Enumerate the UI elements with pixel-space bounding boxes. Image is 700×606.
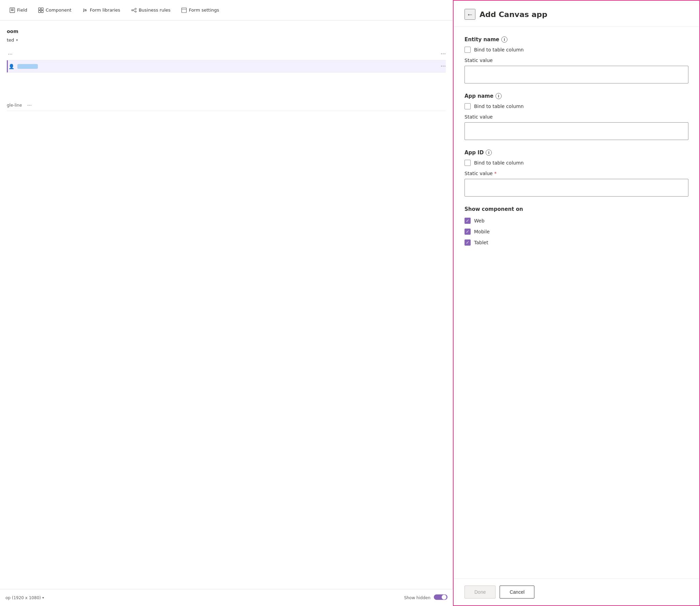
mobile-checkbox[interactable] <box>465 229 471 235</box>
entity-name-static-label: Static value <box>465 58 688 63</box>
done-button[interactable]: Done <box>465 586 496 599</box>
svg-rect-1 <box>11 9 14 10</box>
nav-component-label: Component <box>46 7 71 13</box>
svg-line-11 <box>133 10 135 11</box>
filter-caret[interactable]: ▾ <box>16 38 18 42</box>
svg-rect-5 <box>39 11 41 13</box>
app-name-bind-row: Bind to table column <box>465 103 688 109</box>
nav-form-libraries-label: Form libraries <box>90 7 120 13</box>
field-row-3: gle-line ··· <box>7 100 446 111</box>
web-checkbox-row: Web <box>465 218 688 224</box>
nav-component[interactable]: Component <box>34 5 75 15</box>
cancel-button[interactable]: Cancel <box>500 586 534 599</box>
entity-name-checkbox[interactable] <box>465 47 471 53</box>
resolution-caret[interactable]: ▾ <box>42 596 44 600</box>
business-rules-icon <box>131 7 137 13</box>
form-libraries-icon: js <box>82 7 88 13</box>
nav-business-rules-label: Business rules <box>139 7 170 13</box>
field-ellipsis-1[interactable]: ··· <box>441 51 446 57</box>
app-id-info-icon[interactable]: i <box>486 150 492 156</box>
nav-business-rules[interactable]: Business rules <box>127 5 174 15</box>
panel-body: Entity name i Bind to table column Stati… <box>454 27 699 265</box>
field-icon <box>10 7 15 13</box>
form-settings-icon <box>181 7 187 13</box>
tablet-checkbox[interactable] <box>465 239 471 246</box>
svg-line-10 <box>133 9 135 10</box>
field-ellipsis-2[interactable]: ··· <box>441 63 446 69</box>
show-component-label: Show component on <box>465 206 688 212</box>
svg-rect-12 <box>182 8 186 13</box>
field-row-1: ··· ··· <box>7 48 446 60</box>
svg-point-9 <box>135 11 136 12</box>
status-bar: op (1920 x 1080) ▾ Show hidden <box>0 589 453 606</box>
app-id-input[interactable] <box>465 179 688 197</box>
svg-rect-3 <box>39 8 41 10</box>
entity-name-info-icon[interactable]: i <box>501 36 507 43</box>
app-name-input[interactable] <box>465 122 688 140</box>
section-title: oom <box>7 29 18 34</box>
app-name-bind-label: Bind to table column <box>474 104 524 109</box>
redacted-badge <box>17 64 38 69</box>
app-name-section: App name i Bind to table column Static v… <box>465 93 688 140</box>
tablet-label: Tablet <box>474 240 488 245</box>
app-id-label: App ID i <box>465 150 688 156</box>
back-button[interactable]: ← <box>465 9 475 20</box>
show-hidden-item[interactable]: Show hidden <box>404 593 447 602</box>
app-id-bind-row: Bind to table column <box>465 160 688 166</box>
top-nav: Field Component js Form libraries <box>0 0 453 20</box>
nav-field[interactable]: Field <box>5 5 31 15</box>
entity-name-input[interactable] <box>465 66 688 83</box>
app-id-section: App ID i Bind to table column Static val… <box>465 150 688 197</box>
person-icon: 👤 <box>8 64 15 69</box>
svg-rect-6 <box>41 11 43 13</box>
nav-form-settings[interactable]: Form settings <box>177 5 223 15</box>
main-area: Field Component js Form libraries <box>0 0 453 606</box>
form-content: oom ted ▾ ··· ··· 👤 ··· gle-line ··· <box>0 20 453 119</box>
resolution-text: op (1920 x 1080) <box>5 595 41 600</box>
entity-name-bind-row: Bind to table column <box>465 47 688 53</box>
required-star: * <box>494 171 497 176</box>
app-name-label: App name i <box>465 93 688 99</box>
entity-name-label: Entity name i <box>465 36 688 43</box>
app-id-checkbox[interactable] <box>465 160 471 166</box>
app-name-checkbox[interactable] <box>465 103 471 109</box>
component-icon <box>38 7 44 13</box>
nav-form-libraries[interactable]: js Form libraries <box>78 5 124 15</box>
panel-footer: Done Cancel <box>454 578 699 605</box>
web-checkbox[interactable] <box>465 218 471 224</box>
resolution-item[interactable]: op (1920 x 1080) ▾ <box>5 595 44 600</box>
web-label: Web <box>474 218 485 223</box>
show-component-section: Show component on Web Mobile Tablet <box>465 206 688 246</box>
svg-point-7 <box>132 10 133 11</box>
nav-form-settings-label: Form settings <box>189 7 219 13</box>
field-type-label: gle-line <box>7 103 22 108</box>
svg-rect-4 <box>41 8 43 10</box>
tablet-checkbox-row: Tablet <box>465 239 688 246</box>
field-icon-1: ··· <box>7 51 14 57</box>
toggle-icon[interactable] <box>434 593 447 602</box>
mobile-label: Mobile <box>474 229 490 234</box>
field-icon-3: ··· <box>26 103 33 108</box>
show-hidden-text: Show hidden <box>404 595 430 600</box>
app-name-static-label: Static value <box>465 114 688 120</box>
entity-name-bind-label: Bind to table column <box>474 47 524 52</box>
selected-filter: ted <box>7 37 14 43</box>
svg-point-15 <box>442 595 446 600</box>
svg-rect-2 <box>11 10 14 11</box>
field-row-2[interactable]: 👤 ··· <box>7 60 446 73</box>
svg-point-8 <box>135 8 136 10</box>
mobile-checkbox-row: Mobile <box>465 229 688 235</box>
app-name-info-icon[interactable]: i <box>496 93 502 99</box>
panel-title: Add Canvas app <box>480 10 547 19</box>
panel-header: ← Add Canvas app <box>454 1 699 27</box>
nav-field-label: Field <box>17 7 27 13</box>
app-id-static-label: Static value * <box>465 171 688 176</box>
entity-name-section: Entity name i Bind to table column Stati… <box>465 36 688 83</box>
app-id-bind-label: Bind to table column <box>474 160 524 166</box>
right-panel: ← Add Canvas app Entity name i Bind to t… <box>453 0 700 606</box>
